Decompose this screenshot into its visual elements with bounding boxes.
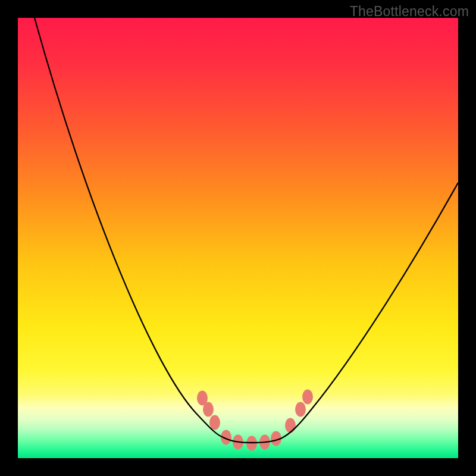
curve-layer xyxy=(18,18,458,458)
marker-group xyxy=(197,390,313,451)
bottleneck-curve xyxy=(35,18,458,443)
curve-marker xyxy=(285,418,296,433)
curve-marker xyxy=(295,402,306,417)
chart-frame: TheBottleneck.com xyxy=(0,0,476,476)
curve-marker xyxy=(302,390,313,405)
watermark-text: TheBottleneck.com xyxy=(350,4,469,20)
plot-area xyxy=(18,18,458,458)
curve-marker xyxy=(203,402,214,417)
curve-marker xyxy=(209,415,220,430)
